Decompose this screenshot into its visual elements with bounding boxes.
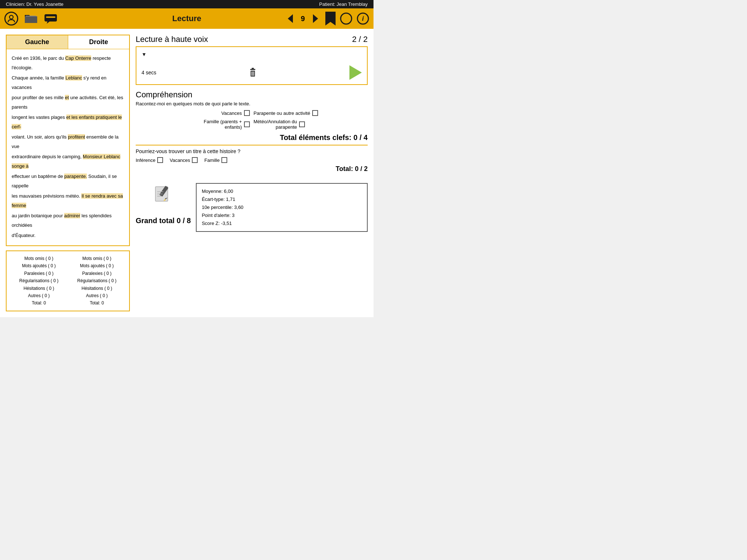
info-icon[interactable]: i	[357, 12, 369, 25]
folder-icon[interactable]	[24, 13, 38, 24]
main-content: Gauche Droite Créé en 1936, le parc du C…	[0, 29, 374, 317]
svg-marker-6	[325, 12, 336, 26]
checkbox-parapente: Parapente ou autre activité	[253, 110, 368, 116]
comprehension-section: Compréhension Racontez-moi en quelques m…	[136, 90, 368, 175]
audio-player: ▼ 4 secs	[136, 46, 368, 85]
reading-line-4: longent les vastes plages et les enfants…	[12, 113, 124, 132]
lecture-count: 2 / 2	[352, 35, 368, 44]
total-small: Total: 0 / 2	[136, 165, 368, 173]
chat-icon[interactable]	[44, 13, 58, 24]
stat-point-alerte: Point d'alerte: 3	[202, 211, 362, 219]
svg-text:i: i	[362, 15, 364, 22]
stats-right-total: Total: 0	[70, 299, 124, 307]
reading-line-8: les mauvaises prévisions météo. Il se re…	[12, 191, 124, 210]
stats-left-mots-omis: Mots omis ( 0 )	[12, 255, 66, 262]
checkbox-famille-input[interactable]	[244, 121, 250, 127]
comprehension-title: Compréhension	[136, 90, 368, 100]
play-button[interactable]	[349, 65, 362, 80]
inference-question: Pourriez-vous trouver un titre à cette h…	[136, 148, 368, 154]
stat-score-z: Score Z: -3,51	[202, 219, 362, 228]
lecture-section: Lecture à haute voix 2 / 2 ▼ 4 secs	[136, 35, 368, 85]
stats-right-mots-omis: Mots omis ( 0 )	[70, 255, 124, 262]
reading-header-gauche: Gauche	[7, 35, 68, 49]
time-label: 4 secs	[142, 70, 156, 75]
grand-total-label: Grand total 0 / 8	[136, 217, 191, 225]
stats-right-autres: Autres ( 0 )	[70, 292, 124, 299]
stats-left-autres: Autres ( 0 )	[12, 292, 66, 299]
nav-prev-button[interactable]	[285, 13, 297, 24]
checkbox-meteo-input[interactable]	[299, 121, 305, 127]
audio-controls: 4 secs	[142, 65, 362, 80]
checkbox-famille: Famille (parents +enfants)	[136, 119, 250, 130]
stat-moyenne: Moyenne: 6,00	[202, 187, 362, 195]
left-panel: Gauche Droite Créé en 1936, le parc du C…	[6, 35, 130, 311]
clinician-label: Clinicien: Dr. Yves Joanette	[6, 1, 63, 7]
lecture-header: Lecture à haute voix 2 / 2	[136, 35, 368, 44]
checkbox-vacances: Vacances	[136, 110, 250, 116]
stats-info-box: Moyenne: 6,00 Écart-type: 1,71 10e perce…	[196, 183, 368, 232]
stats-left-total: Total: 0	[12, 299, 66, 307]
svg-marker-5	[313, 14, 318, 23]
grand-total-row: Grand total 0 / 8 Moyenne: 6,00 Écart-ty…	[136, 183, 368, 232]
stat-ecart-type: Écart-type: 1,71	[202, 195, 362, 203]
stats-col-left: Mots omis ( 0 ) Mots ajoutés ( 0 ) Paral…	[12, 255, 66, 307]
reading-line-6: extraordinaire depuis le camping, Monsie…	[12, 152, 124, 171]
toolbar-left	[4, 12, 126, 26]
stats-right-paralexies: Paralexies ( 0 )	[70, 270, 124, 277]
nav-next-button[interactable]	[309, 13, 321, 24]
stats-left-mots-ajoutes: Mots ajoutés ( 0 )	[12, 262, 66, 269]
stats-col-right: Mots omis ( 0 ) Mots ajoutés ( 0 ) Paral…	[70, 255, 124, 307]
comprehension-subtitle: Racontez-moi en quelques mots de quoi pa…	[136, 101, 368, 106]
checkbox-vacances-input[interactable]	[244, 110, 250, 116]
stats-right-hesitations: Hésitations ( 0 )	[70, 285, 124, 292]
bookmark-icon[interactable]	[325, 12, 336, 26]
stats-left-hesitations: Hésitations ( 0 )	[12, 285, 66, 292]
svg-rect-11	[252, 68, 254, 69]
svg-point-0	[9, 15, 13, 19]
stats-box: Mots omis ( 0 ) Mots ajoutés ( 0 ) Paral…	[6, 250, 130, 311]
toolbar: Lecture 9	[0, 8, 374, 29]
stat-percentile: 10e percentile: 3,60	[202, 203, 362, 211]
pencil-icon	[152, 183, 174, 205]
checkbox-parapente-input[interactable]	[312, 110, 318, 116]
reading-line-10: d'Équateur.	[12, 231, 124, 240]
pencil-icon-area: Grand total 0 / 8	[136, 183, 191, 225]
stats-left-regularisations: Régularisations ( 0 )	[12, 277, 66, 284]
inference-item-famille: Famille	[204, 157, 227, 163]
reading-line-2: Chaque année, la famille Leblanc s'y ren…	[12, 73, 124, 92]
inference-item-vacances: Vacances	[170, 157, 198, 163]
checkbox-inference-famille-input[interactable]	[221, 157, 227, 163]
stats-right-regularisations: Régularisations ( 0 )	[70, 277, 124, 284]
divider	[136, 145, 368, 145]
lecture-title: Lecture à haute voix	[136, 35, 208, 44]
total-elements: Total éléments clefs: 0 / 4	[136, 133, 368, 142]
toolbar-right: 9 i	[248, 12, 369, 26]
progress-bar-container: ▼	[142, 51, 362, 62]
svg-marker-4	[288, 14, 293, 23]
reading-line-3: pour profiter de ses mille et une activi…	[12, 93, 124, 112]
circle-icon[interactable]	[340, 12, 352, 25]
svg-marker-2	[47, 22, 50, 24]
checkbox-meteo: Météo/Annulation duparapente	[253, 119, 368, 130]
checkbox-inference-vacances-input[interactable]	[192, 157, 198, 163]
checkbox-inference-input[interactable]	[157, 157, 163, 163]
stats-left-paralexies: Paralexies ( 0 )	[12, 270, 66, 277]
person-icon[interactable]	[4, 12, 18, 26]
reading-box: Gauche Droite Créé en 1936, le parc du C…	[6, 35, 130, 246]
reading-text: Créé en 1936, le parc du Cap Onterre res…	[7, 49, 129, 245]
top-bar: Clinicien: Dr. Yves Joanette Patient: Je…	[0, 0, 374, 8]
inference-item-inference: Inférence	[136, 157, 163, 163]
toolbar-title: Lecture	[126, 14, 247, 23]
reading-line-7: effectuer un baptême de parapente. Souda…	[12, 172, 124, 191]
progress-triangle: ▼	[142, 51, 147, 57]
reading-header: Gauche Droite	[7, 35, 129, 49]
nav-number: 9	[301, 15, 305, 23]
reading-header-droite: Droite	[68, 35, 129, 49]
reading-line-1: Créé en 1936, le parc du Cap Onterre res…	[12, 54, 124, 73]
reading-line-5: volant. Un soir, alors qu'ils profitent …	[12, 132, 124, 151]
svg-rect-3	[46, 16, 55, 18]
patient-label: Patient: Jean Tremblay	[319, 1, 368, 7]
inference-row: Inférence Vacances Famille	[136, 157, 368, 163]
delete-button[interactable]	[247, 67, 258, 78]
reading-line-9: au jardin botanique pour admirer les spl…	[12, 211, 124, 230]
